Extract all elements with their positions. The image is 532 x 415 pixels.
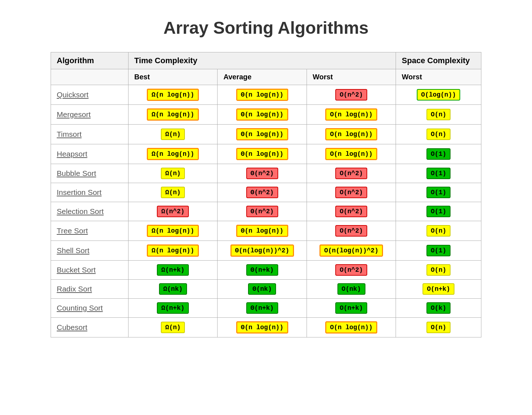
algo-link[interactable]: Bucket Sort: [57, 266, 96, 274]
worst-cell: O(n log(n)): [307, 105, 396, 125]
complexity-badge: O(n log(n)): [325, 148, 377, 160]
algo-link[interactable]: Counting Sort: [57, 304, 103, 312]
complexity-badge: Θ(n log(n)): [236, 148, 288, 160]
algo-link[interactable]: Radix Sort: [57, 285, 92, 293]
worst-cell: O(n+k): [307, 299, 396, 318]
space-cell: O(1): [396, 202, 481, 221]
complexity-badge: O(k): [426, 302, 451, 314]
worst-cell: O(n log(n)): [307, 144, 396, 164]
average-cell: Θ(n log(n)): [218, 105, 307, 125]
algo-name-cell: Radix Sort: [51, 280, 129, 299]
table-row: QuicksortΩ(n log(n))Θ(n log(n))O(n^2)O(l…: [51, 85, 481, 105]
space-cell: O(1): [396, 241, 481, 261]
complexity-badge: Θ(n log(n)): [236, 128, 288, 140]
complexity-badge: O(n^2): [335, 264, 367, 276]
best-cell: Ω(n log(n)): [129, 221, 218, 241]
algo-link[interactable]: Shell Sort: [57, 246, 89, 255]
complexity-badge: Ω(n): [161, 168, 185, 179]
worst-cell: O(n(log(n))^2): [307, 241, 396, 261]
worst-cell: O(n^2): [307, 221, 396, 241]
space-cell: O(n): [396, 221, 481, 241]
complexity-badge: O(n): [426, 109, 451, 120]
algo-name-cell: Shell Sort: [51, 241, 129, 261]
complexity-badge: O(n log(n)): [325, 108, 377, 121]
algo-name-cell: Selection Sort: [51, 202, 129, 221]
complexity-badge: Ω(n+k): [157, 264, 189, 276]
complexity-badge: Θ(n log(n)): [236, 89, 288, 101]
page-title: Array Sorting Algorithms: [51, 18, 481, 38]
complexity-badge: Θ(n+k): [246, 264, 278, 276]
best-cell: Ω(n): [129, 164, 218, 183]
complexity-badge: O(n log(n)): [325, 321, 377, 334]
table-row: Tree SortΩ(n log(n))Θ(n log(n))O(n^2)O(n…: [51, 221, 481, 241]
best-cell: Ω(n log(n)): [129, 144, 218, 164]
space-cell: O(n): [396, 125, 481, 144]
algo-link[interactable]: Tree Sort: [57, 227, 88, 235]
table-row: Bubble SortΩ(n)Θ(n^2)O(n^2)O(1): [51, 164, 481, 183]
worst-cell: O(n log(n)): [307, 125, 396, 144]
best-cell: Ω(n): [129, 183, 218, 202]
space-cell: O(1): [396, 144, 481, 164]
space-cell: O(n+k): [396, 280, 481, 299]
sub-header-row: Best Average Worst Worst: [51, 69, 481, 85]
algo-link[interactable]: Cubesort: [57, 323, 87, 331]
best-cell: Ω(n log(n)): [129, 241, 218, 261]
complexity-badge: Θ(n+k): [246, 302, 278, 314]
complexity-badge: O(1): [426, 187, 451, 198]
algo-name-cell: Tree Sort: [51, 221, 129, 241]
space-cell: O(k): [396, 299, 481, 318]
complexity-badge: O(1): [426, 206, 451, 217]
algo-name-cell: Cubesort: [51, 318, 129, 337]
algo-link[interactable]: Bubble Sort: [57, 169, 96, 177]
algo-name-cell: Bucket Sort: [51, 261, 129, 280]
best-cell: Ω(n+k): [129, 299, 218, 318]
complexity-badge: Ω(n): [161, 187, 185, 198]
algo-link[interactable]: Heapsort: [57, 150, 87, 158]
complexity-badge: O(n): [426, 264, 451, 276]
complexity-badge: Θ(n(log(n))^2): [230, 244, 294, 257]
complexity-badge: O(n^2): [335, 168, 367, 179]
algo-link[interactable]: Mergesort: [57, 110, 91, 118]
worst-cell: O(n^2): [307, 164, 396, 183]
table-row: Shell SortΩ(n log(n))Θ(n(log(n))^2)O(n(l…: [51, 241, 481, 261]
worst-cell: O(n^2): [307, 202, 396, 221]
complexity-badge: O(n^2): [335, 89, 367, 101]
complexity-badge: Ω(n log(n)): [147, 244, 199, 257]
algo-name-cell: Quicksort: [51, 85, 129, 105]
algo-link[interactable]: Timsort: [57, 130, 81, 138]
complexity-badge: O(n): [426, 129, 451, 140]
algo-link[interactable]: Quicksort: [57, 90, 89, 99]
space-cell: O(n): [396, 318, 481, 337]
table-body: QuicksortΩ(n log(n))Θ(n log(n))O(n^2)O(l…: [51, 85, 481, 337]
algo-link[interactable]: Selection Sort: [57, 207, 104, 215]
space-cell: O(log(n)): [396, 85, 481, 105]
algo-name-cell: Counting Sort: [51, 299, 129, 318]
complexity-badge: Ω(n): [161, 322, 185, 333]
algo-name-cell: Timsort: [51, 125, 129, 144]
complexity-badge: O(nk): [337, 283, 365, 295]
space-complexity-header: Space Complexity: [396, 52, 481, 69]
table-row: MergesortΩ(n log(n))Θ(n log(n))O(n log(n…: [51, 105, 481, 125]
complexity-badge: Θ(nk): [248, 283, 276, 295]
average-cell: Θ(n+k): [218, 261, 307, 280]
space-cell: O(1): [396, 164, 481, 183]
complexity-badge: Ω(n): [161, 129, 185, 140]
complexity-badge: O(n^2): [335, 187, 367, 198]
best-cell: Ω(nk): [129, 280, 218, 299]
worst-cell: O(n^2): [307, 183, 396, 202]
complexity-badge: O(n): [426, 225, 451, 237]
algo-name-cell: Mergesort: [51, 105, 129, 125]
algorithm-header: Algorithm: [51, 52, 129, 69]
complexity-badge: Θ(n log(n)): [236, 108, 288, 121]
worst-cell: O(n^2): [307, 261, 396, 280]
complexity-badge: Θ(n^2): [246, 187, 278, 198]
best-cell: Ω(n log(n)): [129, 85, 218, 105]
algo-link[interactable]: Insertion Sort: [57, 188, 102, 196]
average-cell: Θ(n log(n)): [218, 144, 307, 164]
table-row: HeapsortΩ(n log(n))Θ(n log(n))O(n log(n)…: [51, 144, 481, 164]
complexity-badge: Θ(n log(n)): [236, 225, 288, 237]
best-cell: Ω(n): [129, 318, 218, 337]
header-group-row: Algorithm Time Complexity Space Complexi…: [51, 52, 481, 69]
complexity-badge: Θ(n^2): [246, 168, 278, 179]
average-cell: Θ(n log(n)): [218, 221, 307, 241]
